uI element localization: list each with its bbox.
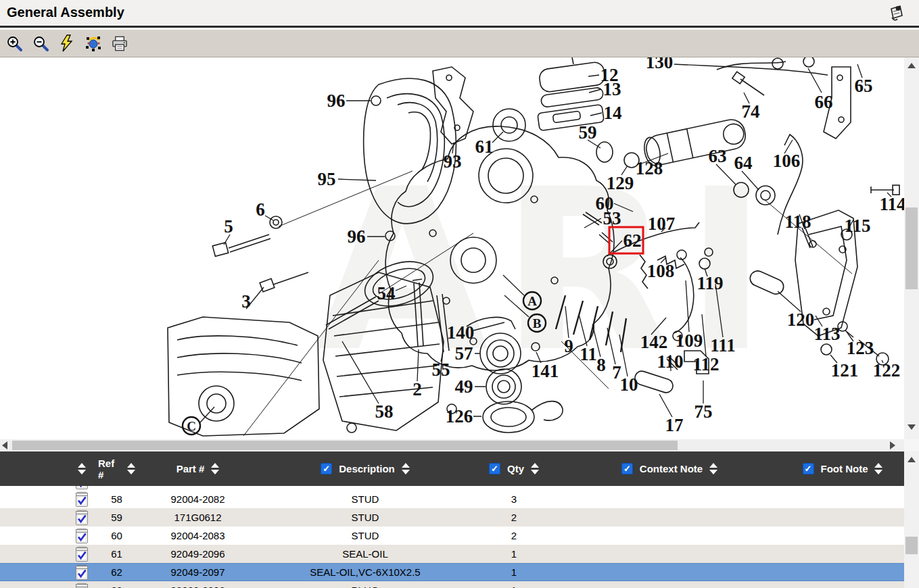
callout-118[interactable]: 118 <box>784 212 811 232</box>
callout-96[interactable]: 96 <box>348 226 366 247</box>
diagram-hscrollbar-thumb[interactable] <box>12 441 678 450</box>
callout-3[interactable]: 3 <box>241 291 251 312</box>
scroll-down-arrow[interactable] <box>908 424 916 430</box>
diagram-vscrollbar-thumb[interactable] <box>905 207 918 289</box>
callout-13[interactable]: 13 <box>603 79 621 99</box>
part-note-icon[interactable] <box>0 508 98 526</box>
diagram-vscrollbar[interactable] <box>904 57 919 439</box>
diagram-hscrollbar[interactable] <box>0 439 904 451</box>
sort-arrows-ref[interactable] <box>127 463 135 474</box>
callout-9[interactable]: 9 <box>564 336 573 356</box>
callout-63[interactable]: 63 <box>709 146 727 166</box>
callout-59[interactable]: 59 <box>579 122 597 143</box>
callout-142[interactable]: 142 <box>640 332 668 352</box>
column-checkbox-context[interactable]: ✓ <box>621 463 633 474</box>
callout-111[interactable]: 111 <box>710 335 736 356</box>
table-row-58[interactable]: 5892004-2082STUD3 <box>0 490 904 508</box>
callout-112[interactable]: 112 <box>692 354 719 374</box>
callout-119[interactable]: 119 <box>697 273 723 293</box>
column-checkbox-description[interactable]: ✓ <box>321 463 332 474</box>
table-row-60[interactable]: 6092004-2083STUD2 <box>0 526 904 545</box>
callout-58[interactable]: 58 <box>375 401 394 422</box>
part-note-icon[interactable] <box>0 564 98 581</box>
callout-120[interactable]: 120 <box>787 310 815 330</box>
callout-57[interactable]: 57 <box>455 343 473 364</box>
part-note-icon[interactable] <box>0 545 98 563</box>
column-checkbox-foot[interactable]: ✓ <box>803 463 814 474</box>
hand-note-icon[interactable] <box>887 4 904 26</box>
callout-109[interactable]: 109 <box>676 330 703 351</box>
callout-108[interactable]: 108 <box>647 261 675 281</box>
callout-141[interactable]: 141 <box>532 361 559 381</box>
sort-arrows-foot[interactable] <box>874 463 882 474</box>
print-icon[interactable] <box>111 34 128 52</box>
callout-96[interactable]: 96 <box>327 91 346 111</box>
callout-106[interactable]: 106 <box>773 151 801 171</box>
callout-10[interactable]: 10 <box>620 374 638 395</box>
callout-5[interactable]: 5 <box>224 216 233 237</box>
table-row-63[interactable]: 6392066-2006PLUG1 <box>0 581 904 588</box>
callout-107[interactable]: 107 <box>648 214 676 234</box>
callout-64[interactable]: 64 <box>734 153 753 173</box>
table-vscrollbar-thumb[interactable] <box>905 537 918 554</box>
callout-61[interactable]: 61 <box>475 137 494 157</box>
callout-17[interactable]: 17 <box>665 415 684 435</box>
partial-row-top[interactable] <box>0 486 904 490</box>
callout-114[interactable]: 114 <box>879 194 904 214</box>
callout-54[interactable]: 54 <box>377 283 396 303</box>
callout-14[interactable]: 14 <box>604 103 622 123</box>
callout-75[interactable]: 75 <box>694 401 713 422</box>
callout-129[interactable]: 129 <box>607 173 634 193</box>
column-checkbox-qty[interactable]: ✓ <box>489 463 500 474</box>
callout-8[interactable]: 8 <box>596 355 606 375</box>
cell-part: 92049-2096 <box>135 545 260 563</box>
callout-B[interactable]: B <box>533 316 542 330</box>
sort-arrows-qty[interactable] <box>531 463 539 474</box>
callout-95[interactable]: 95 <box>318 169 336 189</box>
table-row-62[interactable]: 6292049-2097SEAL-OIL,VC-6X10X2.51 <box>0 563 904 581</box>
select-parts-icon[interactable] <box>85 34 102 52</box>
callout-66[interactable]: 66 <box>815 92 833 112</box>
callout-49[interactable]: 49 <box>455 376 473 397</box>
table-vscrollbar[interactable] <box>904 451 919 588</box>
callout-11[interactable]: 11 <box>580 344 597 364</box>
callout-110[interactable]: 110 <box>657 351 683 372</box>
callout-55[interactable]: 55 <box>432 360 450 380</box>
scroll-up-arrow[interactable] <box>908 63 916 68</box>
callout-122[interactable]: 122 <box>873 360 901 381</box>
part-note-icon[interactable] <box>0 526 98 545</box>
scroll-left-arrow[interactable] <box>2 441 7 449</box>
table-row-59[interactable]: 59171G0612STUD2 <box>0 508 904 526</box>
sort-arrows-part[interactable] <box>211 463 219 474</box>
callout-2[interactable]: 2 <box>413 379 422 399</box>
callout-74[interactable]: 74 <box>742 101 760 122</box>
sort-arrows-select[interactable] <box>78 463 86 474</box>
cell-part: 92004-2082 <box>135 490 260 508</box>
callout-126[interactable]: 126 <box>446 406 473 426</box>
table-scroll-up-arrow[interactable] <box>908 457 916 462</box>
sort-arrows-context[interactable] <box>709 463 717 474</box>
callout-A[interactable]: A <box>527 294 537 308</box>
callout-123[interactable]: 123 <box>847 338 874 358</box>
part-note-icon[interactable] <box>0 581 98 588</box>
callout-115[interactable]: 115 <box>844 216 870 236</box>
part-note-icon[interactable] <box>0 490 98 508</box>
callout-6[interactable]: 6 <box>256 199 265 220</box>
callout-113[interactable]: 113 <box>814 324 840 344</box>
callout-93[interactable]: 93 <box>444 151 462 172</box>
callout-140[interactable]: 140 <box>447 322 475 343</box>
cell-qty: 2 <box>470 508 558 526</box>
callout-65[interactable]: 65 <box>855 76 873 96</box>
callout-128[interactable]: 128 <box>636 158 663 178</box>
zoom-out-icon[interactable] <box>32 34 49 52</box>
callout-C[interactable]: C <box>187 419 196 433</box>
callout-53[interactable]: 53 <box>603 208 621 228</box>
callout-121[interactable]: 121 <box>831 360 859 381</box>
scroll-right-arrow[interactable] <box>890 441 895 449</box>
sort-arrows-description[interactable] <box>402 463 410 474</box>
callout-62[interactable]: 62 <box>623 230 642 251</box>
lightning-icon[interactable] <box>58 34 76 52</box>
table-row-61[interactable]: 6192049-2096SEAL-OIL1 <box>0 545 904 563</box>
zoom-in-icon[interactable] <box>5 34 23 52</box>
callout-130[interactable]: 130 <box>646 57 674 72</box>
